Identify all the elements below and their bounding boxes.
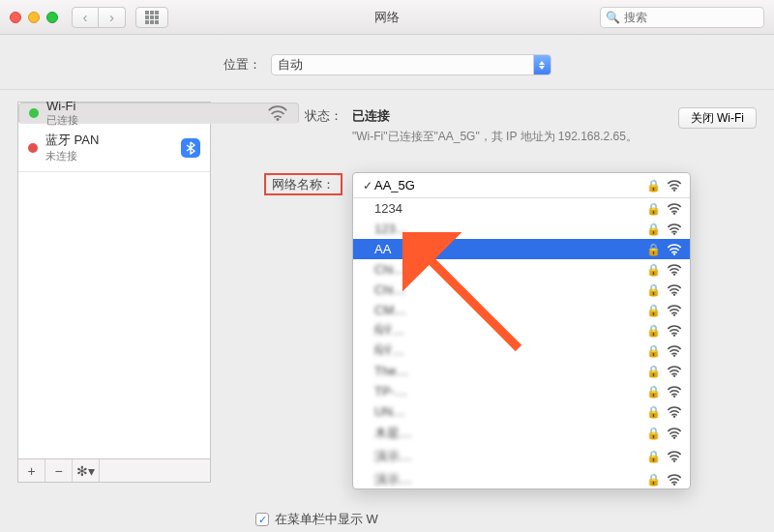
sidebar-tools: + − ✻▾ [17, 459, 211, 483]
lock-icon: 🔒 [646, 283, 661, 297]
back-button[interactable]: ‹ [72, 7, 99, 28]
service-list: Wi-Fi 已连接 蓝牙 PAN 未连接 [17, 102, 211, 459]
forward-button[interactable]: › [99, 7, 126, 28]
svg-point-8 [673, 334, 675, 336]
lock-icon: 🔒 [646, 324, 661, 338]
lock-icon: 🔒 [646, 450, 661, 463]
network-option[interactable]: 木星…🔒 [353, 422, 690, 445]
svg-point-11 [673, 395, 675, 397]
service-options-button[interactable]: ✻▾ [73, 459, 100, 482]
remove-service-button[interactable]: − [45, 459, 73, 482]
sidebar: Wi-Fi 已连接 蓝牙 PAN 未连接 + − ✻▾ [17, 102, 211, 528]
detail-pane: 状态： 已连接 "Wi-Fi"已连接至"AA_5G"，其 IP 地址为 192.… [226, 102, 757, 528]
network-option[interactable]: UN…🔒 [353, 401, 690, 422]
lock-icon: 🔒 [646, 344, 661, 358]
wifi-icon [667, 203, 682, 215]
titlebar: ‹ › 网络 🔍 [0, 0, 774, 35]
wifi-icon [667, 264, 682, 276]
wifi-icon [667, 366, 682, 377]
svg-point-7 [673, 313, 675, 315]
lock-icon: 🔒 [646, 385, 661, 399]
show-in-menubar-row[interactable]: ✓ 在菜单栏中显示 W [255, 511, 757, 528]
network-option[interactable]: 演示…🔒 [353, 468, 690, 488]
add-service-button[interactable]: + [18, 459, 45, 482]
select-stepper-icon [533, 55, 551, 74]
network-option[interactable]: CM…🔒 [353, 300, 690, 320]
nav-group: ‹ › [72, 7, 126, 28]
grid-icon [145, 11, 159, 24]
svg-point-3 [673, 232, 675, 234]
lock-icon: 🔒 [646, 304, 661, 317]
search-input[interactable] [600, 7, 764, 28]
wifi-icon [667, 180, 682, 192]
minimize-window-button[interactable] [28, 12, 40, 23]
location-value: 自动 [278, 56, 303, 74]
sidebar-item-wifi[interactable]: Wi-Fi 已连接 [18, 103, 299, 124]
search-icon: 🔍 [606, 11, 620, 24]
search-field-wrap: 🔍 [600, 7, 764, 28]
wifi-icon [667, 223, 682, 235]
network-option[interactable]: TP-…🔒 [353, 381, 690, 401]
wifi-icon [667, 386, 682, 398]
lock-icon: 🔒 [646, 222, 661, 236]
wifi-icon [667, 428, 682, 439]
service-name: 蓝牙 PAN [45, 132, 173, 149]
location-label: 位置： [223, 56, 261, 74]
network-option[interactable]: Chi…🔒 [353, 259, 690, 280]
network-option[interactable]: 1234🔒 [353, 198, 690, 219]
svg-point-0 [277, 118, 280, 121]
location-select[interactable]: 自动 [271, 54, 551, 75]
wifi-icon [667, 406, 682, 418]
wifi-icon [667, 305, 682, 316]
show-in-menubar-label: 在菜单栏中显示 W [275, 511, 378, 528]
svg-point-1 [673, 189, 675, 191]
svg-point-13 [673, 437, 675, 439]
network-option[interactable]: ÑÝ…🔒 [353, 320, 690, 340]
dropdown-list: 1234🔒123…🔒AA🔒Chi…🔒Chi…🔒CM…🔒ÑÝ…🔒ÑÝ…🔒The…🔒… [353, 198, 690, 488]
wifi-icon [667, 325, 682, 337]
wifi-icon [667, 474, 682, 486]
wifi-icon [667, 284, 682, 296]
bluetooth-icon [181, 138, 200, 158]
wifi-icon [667, 345, 682, 357]
network-name-dropdown[interactable]: ✓ AA_5G 🔒 1234🔒123…🔒AA🔒Chi…🔒Chi…🔒CM…🔒ÑÝ…… [352, 172, 691, 489]
svg-point-10 [673, 374, 675, 376]
lock-icon: 🔒 [646, 179, 661, 192]
network-option[interactable]: Chi…🔒 [353, 280, 690, 300]
wifi-icon [667, 451, 682, 462]
window-title: 网络 [374, 9, 400, 26]
network-option[interactable]: The…🔒 [353, 361, 690, 381]
network-option[interactable]: AA🔒 [353, 239, 690, 259]
svg-point-5 [673, 273, 675, 275]
lock-icon: 🔒 [646, 427, 661, 440]
selected-network: AA_5G [374, 178, 646, 192]
checkbox-icon[interactable]: ✓ [255, 513, 269, 526]
location-row: 位置： 自动 [0, 35, 774, 90]
dropdown-selected[interactable]: ✓ AA_5G 🔒 [353, 173, 690, 198]
status-value: 已连接 [352, 108, 390, 123]
network-name-label: 网络名称： [264, 173, 342, 195]
status-description: "Wi-Fi"已连接至"AA_5G"，其 IP 地址为 192.168.2.65… [352, 129, 678, 145]
network-option[interactable]: 演示…🔒 [353, 445, 690, 468]
network-option[interactable]: 123…🔒 [353, 219, 690, 239]
zoom-window-button[interactable] [46, 12, 58, 23]
lock-icon: 🔒 [646, 263, 661, 277]
wifi-icon [267, 104, 288, 122]
lock-icon: 🔒 [646, 473, 661, 487]
sidebar-item-bluetooth-pan[interactable]: 蓝牙 PAN 未连接 [18, 124, 210, 172]
svg-point-9 [673, 354, 675, 356]
status-dot-icon [29, 108, 39, 118]
show-all-prefs-button[interactable] [135, 7, 168, 28]
close-window-button[interactable] [10, 12, 21, 23]
check-icon: ✓ [361, 179, 374, 192]
lock-icon: 🔒 [646, 202, 661, 216]
lock-icon: 🔒 [646, 405, 661, 419]
window-controls [10, 12, 58, 23]
turn-off-wifi-button[interactable]: 关闭 Wi-Fi [678, 107, 757, 129]
svg-point-6 [673, 293, 675, 295]
svg-point-15 [673, 484, 675, 486]
svg-point-14 [673, 460, 675, 462]
status-dot-icon [28, 143, 38, 153]
service-name: Wi-Fi [46, 99, 259, 113]
network-option[interactable]: ÑÝ…🔒 [353, 340, 690, 361]
